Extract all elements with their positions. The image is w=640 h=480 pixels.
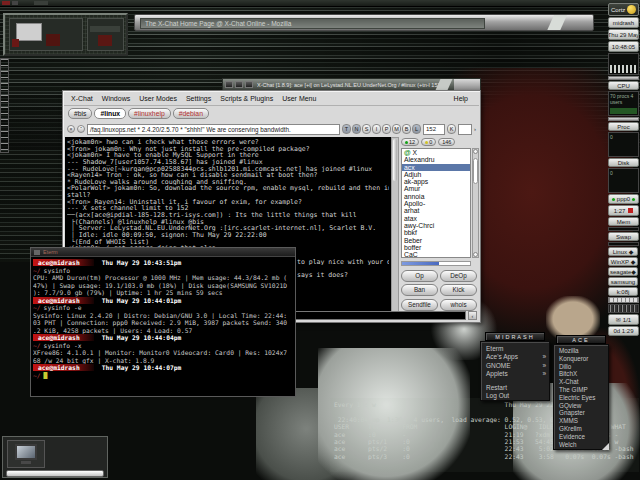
dock-ppp-tile[interactable]: ppp0 [608,194,639,204]
window-close-icon[interactable] [245,81,253,88]
mode-toggle-button[interactable]: B [402,124,411,134]
user-list-item[interactable]: @ X [402,149,470,156]
eterm-titlebar[interactable]: Eterm [31,248,295,257]
dock-boot-entry[interactable]: seagate◆ [608,267,638,276]
channel-tab[interactable]: #bis [68,108,92,119]
menubar-item[interactable]: Windows [102,95,130,102]
topic-control-icon[interactable]: × [67,125,75,133]
menu-item[interactable]: Log Out [481,392,549,400]
limit-input[interactable]: 152 [423,124,445,135]
scroll-up-icon[interactable] [473,149,478,154]
dock-disk-graph[interactable]: 0 [608,168,639,193]
submenu-item[interactable]: Electric Eyes [554,394,608,402]
menubar-item[interactable]: User Modes [139,95,177,102]
chat-scrollbar[interactable] [391,137,399,312]
mode-toggle-button[interactable]: L [412,124,421,134]
mode-toggle-button[interactable]: S [362,124,371,134]
dock-boot-entry[interactable]: WinXP ◆ [608,257,638,266]
menu-item[interactable]: Applets» [481,370,549,378]
user-list-item[interactable]: awy-Chrci [402,222,470,229]
dock-uptime[interactable]: 0d 1:29 [608,326,639,336]
user-list-item[interactable]: boffer [402,244,470,251]
stop-icon[interactable] [628,208,633,213]
menubar-item-help[interactable]: Help [454,95,468,102]
key-input[interactable] [458,124,472,135]
mode-toggle-button[interactable]: T [342,124,351,134]
user-list-item[interactable]: arhat [402,207,470,214]
submenu-item[interactable]: Konqueror [554,355,608,363]
workspace-pager[interactable] [3,13,128,56]
user-list-item[interactable]: acx [402,164,470,171]
submenu-item[interactable]: Gnapster [554,409,608,417]
dock-app-tile[interactable]: Cortz [608,3,639,16]
window-shade-icon[interactable] [235,81,243,88]
submenu-item[interactable]: Dillo [554,363,608,371]
user-action-button[interactable]: whois [440,299,477,311]
user-list-item[interactable]: bbkf [402,229,470,236]
icon-box[interactable] [7,440,45,468]
submenu-item[interactable]: GQview [554,402,608,410]
dock-time[interactable]: 10:48:05 [608,41,639,52]
dock-cpu-label[interactable]: CPU [608,81,639,90]
dock-load-graph[interactable] [608,53,639,75]
shaded-window-titlebar[interactable]: The X-Chat Home Page @ X-Chat Online - M… [134,14,594,31]
scroll-down-icon[interactable] [473,252,478,257]
submenu-item[interactable]: Evidence [554,433,608,441]
dock-timer-tile[interactable]: 1:27 [608,205,639,216]
topic-input[interactable]: /faq.linuxops.net * 2.4.20/2.5.70 * "shh… [87,124,340,135]
ace-submenu-title[interactable]: ACE [556,335,606,344]
submenu-item[interactable]: XMMS [554,417,608,425]
user-action-button[interactable]: Ban [401,284,438,296]
submenu-item[interactable]: Welch [554,441,608,449]
user-action-button[interactable]: DeOp [440,270,477,282]
channel-tab[interactable]: #linuxhelp [128,108,171,119]
submenu-item[interactable]: BitchX [554,370,608,378]
dock-mail-tile[interactable]: ✉ 1/1 [608,314,639,325]
menu-item[interactable]: Ace's Apps» [481,353,549,361]
user-action-button[interactable]: Kick [440,284,477,296]
user-list-item[interactable]: Alexandru [402,156,470,163]
user-action-button[interactable]: Sendfile [401,299,438,311]
menubar-item[interactable]: User Menu [282,95,316,102]
left-edge-slider[interactable] [0,58,9,153]
menu-item[interactable]: GNOME» [481,362,549,370]
user-list-item[interactable]: atax [402,215,470,222]
iconified-window-tile[interactable] [2,436,108,478]
dock-mem-label[interactable]: Mem [608,217,639,226]
dock-boot-entry[interactable]: samsung [608,277,638,286]
chevron-right-icon[interactable]: › [474,126,476,132]
user-list-item[interactable]: Beber [402,237,470,244]
dock-proc-label[interactable]: Proc [608,122,639,131]
submenu-item[interactable]: The GIMP [554,386,608,394]
userlist-scrollbar[interactable] [472,148,479,258]
dock-date[interactable]: Thu 29 May [608,29,639,40]
mode-toggle-button[interactable]: N [352,124,361,134]
dock-boot-entry[interactable]: k:08j [608,287,638,296]
channel-tab[interactable]: #debian [173,108,209,119]
chat-scrollbar-thumb[interactable] [393,139,397,181]
collapsed-titlebar[interactable] [6,470,104,477]
key-toggle-button[interactable]: K [447,124,456,134]
dock-cpu-graph[interactable]: 70 procs 4 users [608,91,639,116]
user-list-item[interactable]: Amur [402,185,470,192]
menu-item[interactable]: Eterm [481,345,549,353]
mode-toggle-button[interactable]: I [372,124,381,134]
mode-toggle-button[interactable]: P [382,124,391,134]
user-list-item[interactable]: annoia [402,193,470,200]
chevron-left-icon[interactable]: ‹ [468,311,477,320]
user-list[interactable]: @ XAlexandruacxAdjuhak-appsAmurannoiaApo… [401,148,471,258]
submenu-item[interactable]: X-Chat [554,378,608,386]
submenu-item[interactable]: GKrellm [554,425,608,433]
topic-control-icon[interactable]: ˆ [77,125,85,133]
user-list-item[interactable]: Apollo- [402,200,470,207]
dock-boot-entry[interactable]: Linux ◆ [608,247,638,256]
mode-toggle-button[interactable]: M [392,124,401,134]
root-menu-title[interactable]: MIDRASH [485,332,545,341]
channel-tab[interactable]: #linux [94,108,126,119]
dock-proc-graph[interactable]: 0 [608,132,639,157]
pager-workspace-1[interactable] [9,18,83,51]
menubar-item[interactable]: X-Chat [71,95,93,102]
user-list-item[interactable]: CaC [402,251,470,258]
dock-disk-label[interactable]: Disk [608,158,639,167]
dock-swap-label[interactable]: Swap [608,232,639,241]
